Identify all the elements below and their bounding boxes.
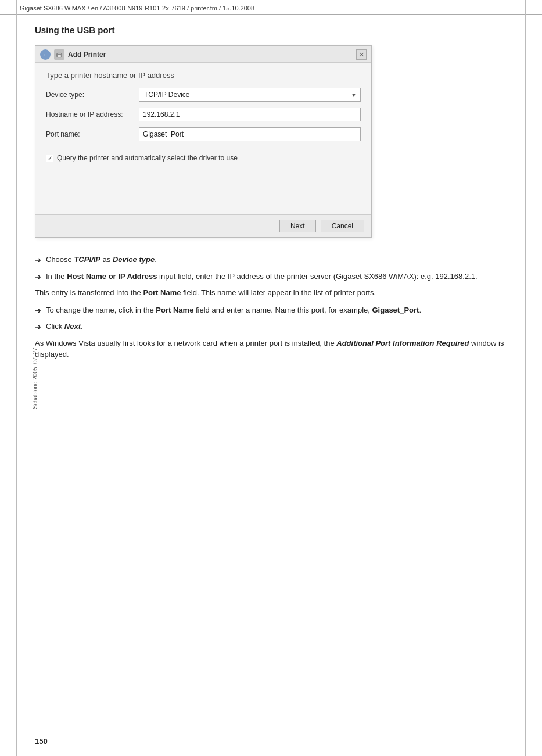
hostname-row: Hostname or IP address:	[46, 108, 361, 121]
page-number: 150	[35, 737, 48, 746]
svg-rect-2	[58, 55, 61, 57]
device-type-control: TCP/IP Device ▼	[139, 88, 361, 102]
svg-rect-1	[58, 52, 61, 54]
hostname-input[interactable]	[139, 108, 361, 121]
port-name-label: Port name:	[46, 130, 139, 138]
top-header: | Gigaset SX686 WiMAX / en / A31008-N919…	[0, 0, 542, 15]
device-type-label: Device type:	[46, 91, 139, 99]
bullet-arrow-4: ➔	[35, 321, 41, 333]
header-left-text: | Gigaset SX686 WiMAX / en / A31008-N919…	[16, 5, 254, 12]
device-type-select[interactable]: TCP/IP Device ▼	[139, 88, 361, 102]
section-title: Using the USB port	[35, 25, 507, 35]
bullet-arrow-2: ➔	[35, 271, 41, 283]
plain-para-2: As Windows Vista usually first looks for…	[35, 338, 507, 360]
instruction-text-4: Click Next.	[46, 321, 83, 332]
dialog-back-arrow[interactable]: ←	[40, 49, 51, 60]
instruction-text-1: Choose TCPI/IP as Device type.	[46, 254, 157, 266]
port-name-input[interactable]	[139, 127, 361, 141]
plain-para-1: This entry is transferred into the Port …	[35, 287, 507, 299]
add-printer-dialog: ← Add Printer ✕ Type a printer hostname …	[35, 45, 372, 238]
dialog-close-button[interactable]: ✕	[356, 49, 367, 60]
port-name-row: Port name:	[46, 127, 361, 141]
dialog-form: Device type: TCP/IP Device ▼ Hostname or…	[35, 85, 371, 152]
bullet-arrow-1: ➔	[35, 255, 41, 266]
hostname-control	[139, 108, 361, 121]
instruction-3: ➔ To change the name, click in the Port …	[35, 304, 507, 317]
next-button[interactable]: Next	[279, 220, 316, 232]
instruction-1: ➔ Choose TCPI/IP as Device type.	[35, 254, 507, 266]
port-name-control	[139, 127, 361, 141]
dialog-titlebar-left: ← Add Printer	[40, 49, 106, 60]
instructions: ➔ Choose TCPI/IP as Device type. ➔ In th…	[35, 254, 507, 360]
hostname-label: Hostname or IP address:	[46, 110, 139, 119]
bullet-arrow-3: ➔	[35, 305, 41, 317]
right-edge-line	[525, 0, 526, 756]
left-edge-line	[16, 0, 17, 756]
device-type-row: Device type: TCP/IP Device ▼	[46, 88, 361, 102]
auto-query-label: Query the printer and automatically sele…	[57, 154, 238, 162]
dialog-footer: Next Cancel	[35, 214, 371, 237]
device-type-arrow: ▼	[351, 92, 359, 98]
instruction-4: ➔ Click Next.	[35, 321, 507, 333]
dialog-title: Add Printer	[68, 51, 106, 59]
printer-icon	[54, 49, 64, 60]
instruction-2: ➔ In the Host Name or IP Address input f…	[35, 271, 507, 283]
main-content: Using the USB port ← Add Printer ✕ Type …	[0, 15, 542, 377]
dialog-subtitle: Type a printer hostname or IP address	[35, 63, 371, 85]
dialog-spacer	[35, 168, 371, 214]
cancel-button[interactable]: Cancel	[321, 220, 364, 232]
device-type-value: TCP/IP Device	[141, 91, 351, 99]
auto-query-checkbox[interactable]: ✓	[46, 155, 53, 162]
side-label: Schablone 2005_07_27	[32, 343, 38, 413]
auto-query-checkbox-row[interactable]: ✓ Query the printer and automatically se…	[35, 152, 371, 168]
dialog-titlebar: ← Add Printer ✕	[35, 46, 371, 63]
instruction-text-2: In the Host Name or IP Address input fie…	[46, 271, 478, 282]
instruction-text-3: To change the name, click in the Port Na…	[46, 304, 421, 316]
